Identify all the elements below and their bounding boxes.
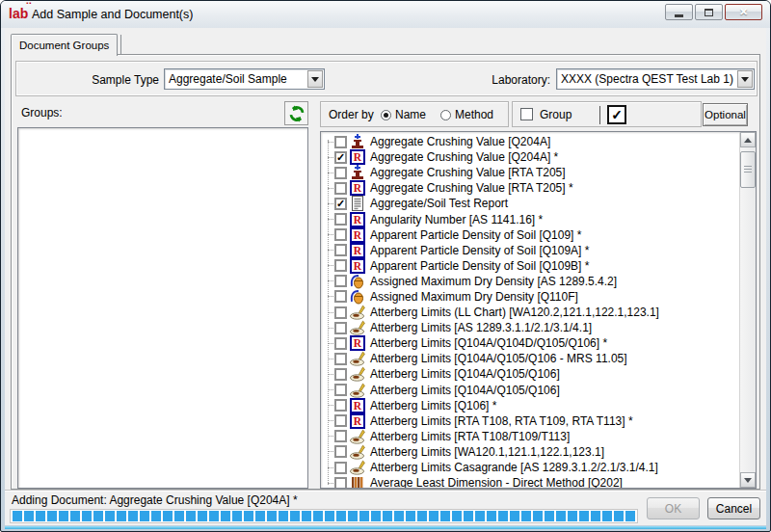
progress-block <box>475 511 485 521</box>
document-row[interactable]: Atterberg Limits [RTA T108/T109/T113] <box>321 429 739 444</box>
tree-connector <box>328 343 333 344</box>
svg-text:R: R <box>354 229 362 241</box>
scroll-up-button[interactable] <box>740 132 756 147</box>
document-row[interactable]: RAngularity Number [AS 1141.16] * <box>321 211 739 226</box>
document-checkbox[interactable] <box>334 430 347 442</box>
dialog-window: lab Add Sample and Document(s) ✕ Documen… <box>0 0 771 532</box>
report-icon: R <box>350 180 365 196</box>
document-row[interactable]: RApparent Particle Density of Soil [Q109… <box>321 258 739 274</box>
group-checkbox-label: Group <box>540 108 572 121</box>
sample-type-combobox[interactable]: Aggregate/Soil Sample <box>164 68 325 90</box>
sample-type-dropdown-button[interactable] <box>307 70 323 88</box>
document-row[interactable]: ✓Aggregate/Soil Test Report <box>321 196 739 211</box>
report-icon: R <box>350 335 365 351</box>
document-checkbox[interactable] <box>334 477 347 488</box>
maximize-button[interactable] <box>695 4 723 20</box>
document-row[interactable]: RApparent Particle Density of Soil [Q109… <box>321 227 739 243</box>
document-checkbox[interactable] <box>334 167 347 179</box>
order-by-method-radio[interactable]: Method <box>440 108 493 121</box>
document-checkbox[interactable] <box>334 290 347 303</box>
radio-icon <box>381 110 391 120</box>
minimize-button[interactable] <box>665 4 693 20</box>
document-checkbox[interactable]: ✓ <box>334 198 347 210</box>
document-checkbox[interactable] <box>334 399 347 412</box>
document-label: Atterberg Limits [Q104A/Q105/Q106] <box>370 384 560 397</box>
document-row[interactable]: Atterberg Limits Casagrande [AS 1289.3.1… <box>321 460 739 475</box>
document-checkbox[interactable] <box>334 244 347 256</box>
document-row[interactable]: Aggregate Crushing Value [Q204A] <box>321 134 739 149</box>
group-checkbox[interactable] <box>520 108 533 120</box>
select-all-checkbox[interactable]: ✓ <box>607 105 626 124</box>
document-checkbox[interactable] <box>334 368 347 381</box>
document-label: Assigned Maximum Dry Density [AS 1289.5.… <box>370 275 617 288</box>
document-row[interactable]: Atterberg Limits [WA120.1,121.1,122.1,12… <box>321 444 739 460</box>
cancel-button[interactable]: Cancel <box>707 497 760 519</box>
laboratory-combobox[interactable]: XXXX (Spectra QEST Test Lab 1) <box>556 68 755 90</box>
document-row[interactable]: RAtterberg Limits [RTA T108, RTA T109, R… <box>321 413 739 429</box>
triangle-down-icon <box>744 478 752 483</box>
document-checkbox[interactable] <box>334 414 347 427</box>
progress-block <box>151 511 161 521</box>
document-label: Atterberg Limits [RTA T108, RTA T109, RT… <box>370 414 633 428</box>
status-text: Adding Document: Aggregate Crushing Valu… <box>12 493 298 507</box>
separator <box>599 106 600 124</box>
document-row[interactable]: RAtterberg Limits [Q106] * <box>321 398 739 413</box>
test-report-icon <box>350 196 365 211</box>
document-checkbox[interactable] <box>334 322 347 334</box>
radio-icon <box>440 110 451 120</box>
document-checkbox[interactable] <box>334 136 347 148</box>
document-checkbox[interactable]: ✓ <box>334 151 347 164</box>
tree-connector <box>328 467 333 468</box>
document-row[interactable]: Atterberg Limits [Q104A/Q105/Q106] <box>321 366 739 382</box>
document-checkbox[interactable] <box>334 384 347 396</box>
document-row[interactable]: Atterberg Limits [Q104A/Q105/Q106] <box>321 383 739 398</box>
vertical-scrollbar[interactable] <box>739 132 756 488</box>
document-row[interactable]: Atterberg Limits [Q104A/Q105/Q106 - MRS … <box>321 351 739 366</box>
scrollbar-thumb[interactable] <box>740 151 756 188</box>
app-logo: lab <box>9 7 28 20</box>
document-row[interactable]: Aggregate Crushing Value [RTA T205] <box>321 165 739 180</box>
optional-button[interactable]: Optional <box>703 103 748 126</box>
document-checkbox[interactable] <box>334 228 347 241</box>
document-checkbox[interactable] <box>334 275 347 287</box>
report-icon: R <box>350 258 365 274</box>
document-row[interactable]: RAtterberg Limits [Q104A/Q104D/Q105/Q106… <box>321 335 739 351</box>
groups-list[interactable] <box>17 127 308 489</box>
document-checkbox[interactable] <box>334 182 347 195</box>
document-checkbox[interactable] <box>334 445 347 458</box>
tree-connector <box>328 188 333 189</box>
document-checkbox[interactable] <box>334 306 347 319</box>
tree-connector <box>328 483 333 484</box>
document-row[interactable]: Assigned Maximum Dry Density [AS 1289.5.… <box>321 274 739 289</box>
tree-connector <box>328 374 333 375</box>
document-row[interactable]: RAggregate Crushing Value [RTA T205] * <box>321 180 739 196</box>
document-label: Angularity Number [AS 1141.16] * <box>370 213 543 226</box>
ok-button[interactable]: OK <box>647 497 700 519</box>
progress-block <box>267 511 277 521</box>
document-row[interactable]: RApparent Particle Density of Soil [Q109… <box>321 243 739 258</box>
scroll-down-button[interactable] <box>740 472 756 488</box>
document-label: Apparent Particle Density of Soil [Q109B… <box>370 259 589 273</box>
refresh-groups-button[interactable] <box>284 101 308 125</box>
sample-type-label: Sample Type <box>16 73 159 87</box>
title-bar[interactable]: lab Add Sample and Document(s) ✕ <box>1 1 770 28</box>
report-icon: R <box>350 212 365 227</box>
progress-block <box>348 511 358 521</box>
progress-block <box>59 511 68 521</box>
document-checkbox[interactable] <box>334 353 347 365</box>
document-row[interactable]: ✓RAggregate Crushing Value [Q204A] * <box>321 149 739 165</box>
document-row[interactable]: Atterberg Limits [AS 1289.3.1.1/2.1/3.1/… <box>321 320 739 335</box>
document-row[interactable]: Average Least Dimension - Direct Method … <box>321 475 739 488</box>
document-checkbox[interactable] <box>334 213 347 226</box>
document-checkbox[interactable] <box>334 462 347 474</box>
document-row[interactable]: Atterberg Limits (LL Chart) [WA120.2,121… <box>321 305 739 320</box>
document-checkbox[interactable] <box>334 259 347 272</box>
order-by-name-radio[interactable]: Name <box>381 108 426 121</box>
laboratory-dropdown-button[interactable] <box>737 70 753 88</box>
tab-document-groups[interactable]: Document Groups <box>11 34 118 56</box>
document-checkbox[interactable] <box>334 337 347 350</box>
close-button[interactable]: ✕ <box>725 4 762 20</box>
document-row[interactable]: Assigned Maximum Dry Density [Q110F] <box>321 289 739 305</box>
cancel-button-label: Cancel <box>716 502 752 516</box>
svg-text:R: R <box>354 337 362 349</box>
